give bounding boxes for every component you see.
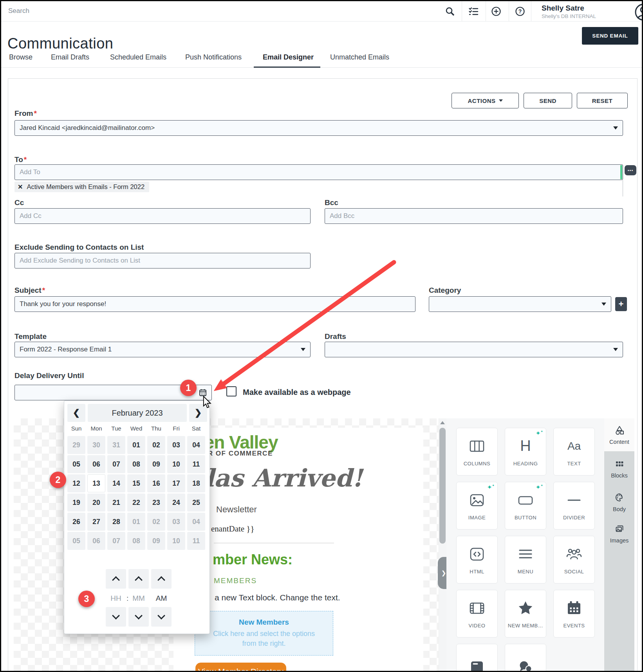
view-member-directory-button[interactable]: View Member Directory [195, 663, 286, 672]
calendar-day[interactable]: 14 [107, 474, 125, 492]
calendar-day[interactable]: 04 [187, 513, 205, 531]
calendar-day[interactable]: 02 [147, 513, 165, 531]
new-members-placeholder-block[interactable]: New Members Click here and select the op… [195, 611, 333, 656]
calendar-day[interactable]: 24 [167, 494, 185, 512]
calendar-day[interactable]: 11 [187, 532, 205, 550]
calendar-day[interactable]: 02 [147, 436, 165, 454]
month-label[interactable]: February 2023 [88, 404, 187, 422]
side-tab-body[interactable]: Body [604, 486, 634, 519]
tab-unmatched-emails[interactable]: Unmatched Emails [330, 53, 389, 61]
send-email-button[interactable]: SEND EMAIL [582, 27, 638, 45]
block-card-divider[interactable]: DIVIDER [553, 482, 595, 530]
task-list-icon[interactable] [468, 6, 479, 16]
calendar-day[interactable]: 03 [167, 513, 185, 531]
calendar-day[interactable]: 09 [147, 532, 165, 550]
actions-button[interactable]: ACTIONS [452, 93, 519, 108]
calendar-day[interactable]: 19 [67, 494, 85, 512]
to-input[interactable] [14, 164, 623, 180]
reset-button[interactable]: RESET [577, 93, 628, 108]
calendar-day[interactable]: 31 [107, 436, 125, 454]
to-more-button[interactable]: ••• [625, 165, 636, 175]
close-icon[interactable]: ✕ [18, 183, 23, 191]
calendar-day[interactable]: 10 [167, 532, 185, 550]
calendar-day[interactable]: 23 [147, 494, 165, 512]
webpage-checkbox[interactable] [226, 386, 237, 396]
block-card-menu[interactable]: MENU [505, 536, 546, 584]
calendar-day[interactable]: 16 [147, 474, 165, 492]
template-select[interactable]: Form 2022 - Response Email 1 [14, 342, 311, 357]
block-card-video[interactable]: VIDEO [456, 590, 498, 638]
ampm-down-button[interactable] [151, 607, 172, 627]
user-menu[interactable]: Shelly Satre Shelly's DB INTERNAL [542, 4, 596, 19]
scroll-up-arrow[interactable] [440, 421, 445, 424]
calendar-day[interactable]: 21 [107, 494, 125, 512]
calendar-day[interactable]: 29 [67, 436, 85, 454]
calendar-day[interactable]: 05 [67, 532, 85, 550]
calendar-day[interactable]: 17 [167, 474, 185, 492]
block-card-new-memb[interactable]: NEW MEMB… [505, 590, 546, 638]
calendar-day[interactable]: 15 [127, 474, 145, 492]
help-icon[interactable]: ? [515, 6, 525, 16]
tab-push-notifications[interactable]: Push Notifications [185, 53, 242, 61]
drafts-select[interactable] [325, 342, 623, 357]
calendar-day[interactable]: 06 [87, 455, 105, 473]
calendar-day[interactable]: 10 [167, 455, 185, 473]
tab-scheduled-emails[interactable]: Scheduled Emails [110, 53, 166, 61]
tab-email-drafts[interactable]: Email Drafts [51, 53, 89, 61]
calendar-day[interactable]: 18 [187, 474, 205, 492]
calendar-day[interactable]: 28 [107, 513, 125, 531]
add-category-button[interactable]: + [615, 297, 627, 311]
block-card-text[interactable]: Aa TEXT [553, 428, 595, 476]
calendar-day[interactable]: 01 [127, 436, 145, 454]
drag-handle[interactable] [620, 165, 622, 179]
scrollbar-thumb[interactable] [439, 428, 446, 544]
hour-down-button[interactable] [106, 607, 126, 627]
side-tab-blocks[interactable]: Blocks [604, 452, 634, 485]
bcc-input[interactable] [325, 208, 623, 224]
block-card-button[interactable]: ✦✦ BUTTON [505, 482, 546, 530]
calendar-day[interactable]: 26 [67, 513, 85, 531]
calendar-day[interactable]: 30 [87, 436, 105, 454]
calendar-day[interactable]: 06 [87, 532, 105, 550]
block-card-events[interactable]: EVENTS [553, 590, 595, 638]
calendar-day[interactable]: 07 [107, 455, 125, 473]
calendar-day[interactable]: 05 [67, 455, 85, 473]
calendar-day[interactable]: 09 [147, 455, 165, 473]
from-select[interactable]: Jared Kincaid <jaredkincaid@mailinator.c… [14, 120, 623, 136]
add-icon[interactable] [491, 6, 501, 16]
block-card-columns[interactable]: COLUMNS [456, 428, 498, 476]
calendar-day[interactable]: 25 [187, 494, 205, 512]
ampm-up-button[interactable] [151, 569, 172, 589]
avatar-icon[interactable] [634, 3, 643, 22]
calendar-day[interactable]: 03 [167, 436, 185, 454]
block-card-html[interactable]: HTML [456, 536, 498, 584]
calendar-day[interactable]: 08 [127, 455, 145, 473]
calendar-day[interactable]: 07 [107, 532, 125, 550]
calendar-day[interactable]: 04 [187, 436, 205, 454]
calendar-icon[interactable] [199, 389, 207, 396]
calendar-day[interactable]: 08 [127, 532, 145, 550]
hour-up-button[interactable] [106, 569, 126, 589]
search-icon[interactable] [445, 6, 455, 16]
block-card-heading[interactable]: ✦✦ H HEADING [505, 428, 546, 476]
block-card-window[interactable] [456, 644, 498, 672]
prev-month-button[interactable]: ❮ [67, 404, 85, 422]
block-card-chat[interactable] [505, 644, 546, 672]
global-search-input[interactable]: Search [8, 7, 29, 15]
calendar-day[interactable]: 13 [87, 474, 105, 492]
minute-value[interactable]: MM [128, 594, 149, 603]
calendar-day[interactable]: 12 [67, 474, 85, 492]
calendar-day[interactable]: 01 [127, 513, 145, 531]
calendar-day[interactable]: 11 [187, 455, 205, 473]
subject-input[interactable] [14, 296, 415, 312]
cc-input[interactable] [14, 208, 311, 224]
tab-browse[interactable]: Browse [9, 53, 33, 61]
block-card-social[interactable]: SOCIAL [553, 536, 595, 584]
calendar-day[interactable]: 27 [87, 513, 105, 531]
tab-email-designer[interactable]: Email Designer [263, 53, 314, 61]
calendar-day[interactable]: 22 [127, 494, 145, 512]
exclude-input[interactable] [14, 253, 311, 268]
block-card-image[interactable]: ✦✦ IMAGE [456, 482, 498, 530]
ampm-value[interactable]: AM [151, 594, 172, 603]
side-tab-images[interactable]: Images [604, 517, 634, 550]
